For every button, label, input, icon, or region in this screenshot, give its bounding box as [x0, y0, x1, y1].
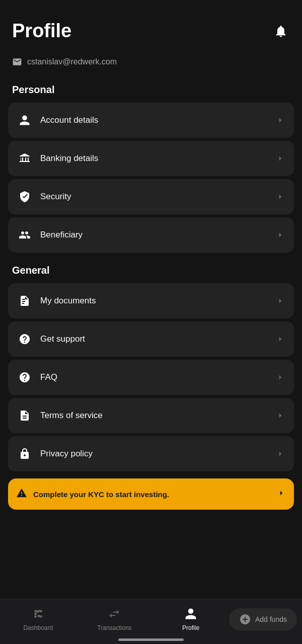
my-documents-chevron — [276, 296, 285, 305]
terms-of-service-label: Terms of service — [40, 411, 268, 421]
faq-label: FAQ — [40, 372, 268, 382]
menu-item-account-details[interactable]: Account details — [8, 103, 294, 138]
header: Profile — [0, 0, 302, 52]
add-funds-button[interactable]: Add funds — [229, 608, 297, 630]
menu-item-terms-of-service[interactable]: Terms of service — [8, 398, 294, 433]
general-menu-list: My documents Get support — [0, 283, 302, 471]
menu-item-privacy-policy[interactable]: Privacy policy — [8, 436, 294, 471]
home-indicator — [118, 638, 184, 641]
beneficiary-label: Beneficiary — [40, 230, 268, 240]
security-icon — [17, 189, 32, 204]
kyc-warning-icon — [16, 488, 27, 501]
general-section-label: General — [0, 260, 302, 283]
menu-item-banking-details[interactable]: Banking details — [8, 141, 294, 176]
get-support-chevron — [276, 335, 285, 344]
account-details-chevron — [276, 116, 285, 125]
account-details-label: Account details — [40, 115, 268, 125]
dashboard-nav-label: Dashboard — [23, 624, 53, 631]
account-details-icon — [17, 113, 32, 128]
terms-of-service-chevron — [276, 411, 285, 420]
add-funds-label: Add funds — [255, 615, 287, 623]
email-row: cstanislav@redwerk.com — [0, 52, 302, 79]
personal-section-label: Personal — [0, 79, 302, 103]
get-support-label: Get support — [40, 334, 268, 344]
notifications-icon[interactable] — [272, 22, 290, 40]
email-icon — [12, 57, 22, 67]
nav-item-profile[interactable]: Profile — [153, 605, 229, 633]
beneficiary-chevron — [276, 230, 285, 239]
user-email: cstanislav@redwerk.com — [27, 57, 117, 66]
personal-section: Personal Account details — [0, 79, 302, 253]
faq-chevron — [276, 373, 285, 382]
kyc-banner-chevron — [277, 489, 286, 500]
my-documents-label: My documents — [40, 296, 268, 306]
banking-details-icon — [17, 151, 32, 166]
my-documents-icon — [17, 293, 32, 308]
faq-icon — [17, 370, 32, 385]
privacy-policy-label: Privacy policy — [40, 449, 268, 459]
terms-of-service-icon — [17, 408, 32, 423]
privacy-policy-chevron — [276, 449, 285, 458]
banking-details-label: Banking details — [40, 153, 268, 164]
transactions-nav-label: Transactions — [97, 624, 131, 631]
nav-item-transactions[interactable]: Transactions — [77, 605, 153, 633]
transactions-nav-icon — [108, 607, 121, 622]
banking-details-chevron — [276, 154, 285, 163]
get-support-icon — [17, 332, 32, 347]
kyc-banner[interactable]: Complete your KYC to start investing. — [8, 478, 294, 510]
menu-item-faq[interactable]: FAQ — [8, 360, 294, 395]
kyc-banner-text: Complete your KYC to start investing. — [33, 490, 271, 499]
menu-item-get-support[interactable]: Get support — [8, 321, 294, 357]
menu-item-security[interactable]: Security — [8, 179, 294, 214]
bottom-nav: Dashboard Transactions Profile Add funds — [0, 599, 302, 644]
dashboard-nav-icon — [32, 607, 45, 622]
menu-item-my-documents[interactable]: My documents — [8, 283, 294, 318]
general-section: General My documents — [0, 260, 302, 471]
security-chevron — [276, 192, 285, 201]
menu-item-beneficiary[interactable]: Beneficiary — [8, 217, 294, 253]
profile-nav-icon — [184, 607, 197, 622]
page-title: Profile — [12, 20, 71, 42]
profile-nav-label: Profile — [182, 624, 199, 631]
beneficiary-icon — [17, 227, 32, 243]
privacy-policy-icon — [17, 446, 32, 461]
security-label: Security — [40, 192, 268, 202]
nav-item-dashboard[interactable]: Dashboard — [0, 605, 77, 633]
personal-menu-list: Account details Banking details — [0, 103, 302, 253]
